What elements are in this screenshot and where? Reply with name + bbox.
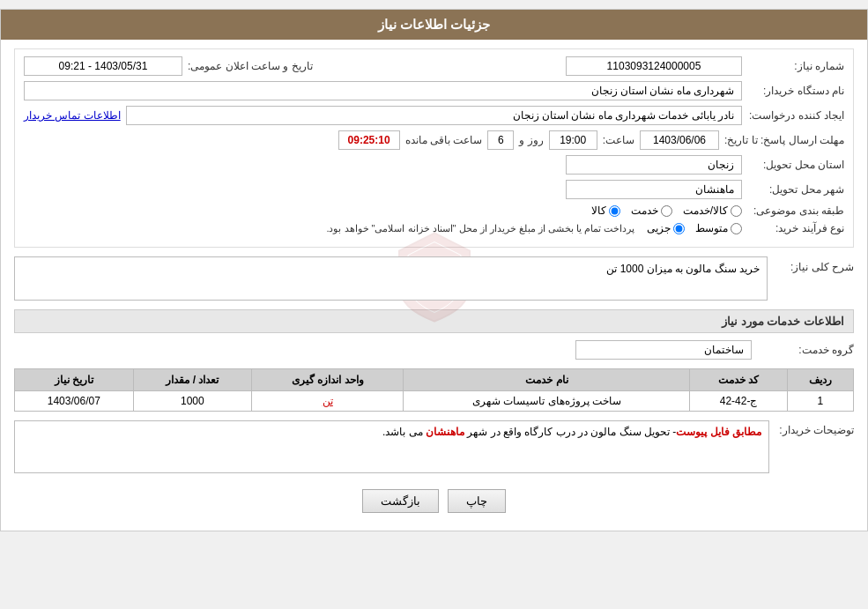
page-container: جزئیات اطلاعات نیاز شماره نیاز: 11030931…: [0, 9, 868, 531]
city-label: شهر محل تحویل:: [747, 183, 844, 196]
process-label-motavasset: متوسط: [695, 222, 728, 234]
announce-date-value: 1403/05/31 - 09:21: [24, 56, 182, 76]
requester-value: نادر یابائی خدمات شهرداری ماه نشان استان…: [126, 106, 742, 125]
buyer-org-value: شهرداری ماه نشان استان زنجان: [24, 81, 742, 100]
category-label-khedmat: خدمت: [631, 204, 658, 217]
province-label: استان محل تحویل:: [747, 159, 844, 171]
col-header-row-num: ردیف: [787, 369, 853, 391]
reply-time-value: 19:00: [549, 130, 597, 150]
remaining-label: ساعت باقی مانده: [405, 134, 483, 146]
main-info-section: شماره نیاز: 1103093124000005 تاریخ و ساع…: [14, 48, 854, 248]
reply-day-value: 6: [487, 130, 514, 150]
page-header: جزئیات اطلاعات نیاز: [1, 10, 867, 40]
process-label-jozii: جزیی: [647, 222, 671, 234]
category-option-kala: کالا: [591, 204, 620, 217]
table-header-row: ردیف کد خدمت نام خدمت واحد اندازه گیری ت…: [15, 369, 854, 391]
contact-info-link[interactable]: اطلاعات تماس خریدار: [24, 109, 121, 122]
buyer-notes-row: توضیحات خریدار: مطابق فایل پیوست- تحویل …: [14, 420, 854, 473]
announce-date-label: تاریخ و ساعت اعلان عمومی:: [188, 60, 313, 72]
services-table: ردیف کد خدمت نام خدمت واحد اندازه گیری ت…: [14, 368, 854, 412]
row-buyer-org: نام دستگاه خریدار: شهرداری ماه نشان استا…: [24, 81, 844, 100]
process-note: پرداخت تمام یا بخشی از مبلغ خریدار از مح…: [326, 223, 634, 234]
need-description-label: شرح کلی نیاز:: [775, 256, 854, 273]
reply-deadline-label: مهلت ارسال پاسخ: تا تاریخ:: [724, 134, 844, 146]
col-header-service-name: نام خدمت: [404, 369, 690, 391]
service-group-value: ساختمان: [575, 340, 752, 360]
services-table-section: ردیف کد خدمت نام خدمت واحد اندازه گیری ت…: [14, 368, 854, 412]
process-radio-motavasset[interactable]: [731, 223, 742, 234]
print-button[interactable]: چاپ: [448, 489, 506, 513]
col-header-quantity: تعداد / مقدار: [133, 369, 252, 391]
requester-label: ایجاد کننده درخواست:: [747, 109, 844, 122]
process-option-jozii: جزیی: [647, 222, 685, 234]
process-radio-group: متوسط جزیی: [647, 222, 742, 234]
cell-date: 1403/06/07: [15, 391, 134, 412]
services-section-title: اطلاعات خدمات مورد نیاز: [14, 309, 854, 333]
buyer-notes-label: توضیحات خریدار:: [775, 420, 854, 436]
remaining-value: 09:25:10: [338, 130, 400, 150]
category-label-kala: کالا: [591, 204, 606, 217]
content-area: شماره نیاز: 1103093124000005 تاریخ و ساع…: [1, 40, 867, 531]
process-radio-jozii[interactable]: [673, 223, 685, 234]
service-group-label: گروه خدمت:: [757, 344, 854, 356]
city-value: ماهنشان: [566, 180, 742, 199]
reply-date-value: 1403/06/06: [640, 130, 719, 150]
row-process-type: نوع فرآیند خرید: متوسط جزیی پرداخت تمام …: [24, 222, 844, 234]
row-service-group: گروه خدمت: ساختمان: [14, 340, 854, 360]
back-button[interactable]: بازگشت: [362, 489, 439, 513]
need-number-label: شماره نیاز:: [747, 60, 844, 72]
need-description-section: شرح کلی نیاز: خرید سنگ مالون به میزان 10…: [14, 256, 854, 301]
cell-service-name: ساخت پروژه‌های تاسیسات شهری: [404, 391, 690, 412]
category-option-kala-khedmat: کالا/خدمت: [683, 204, 742, 217]
category-option-khedmat: خدمت: [631, 204, 672, 217]
col-header-date: تاریخ نیاز: [15, 369, 134, 391]
cell-unit: تن: [252, 391, 404, 412]
need-description-value: خرید سنگ مالون به میزان 1000 تن: [14, 256, 768, 301]
row-need-number: شماره نیاز: 1103093124000005 تاریخ و ساع…: [24, 56, 844, 76]
cell-service-code: ج-42-42: [690, 391, 788, 412]
need-number-value: 1103093124000005: [566, 56, 742, 76]
row-province: استان محل تحویل: زنجان: [24, 155, 844, 175]
col-header-service-code: کد خدمت: [690, 369, 788, 391]
category-radio-kala[interactable]: [609, 205, 620, 217]
cell-quantity: 1000: [133, 391, 252, 412]
row-city: شهر محل تحویل: ماهنشان: [24, 180, 844, 199]
footer-buttons: چاپ بازگشت: [14, 480, 854, 522]
province-value: زنجان: [566, 155, 742, 175]
table-row: 1 ج-42-42 ساخت پروژه‌های تاسیسات شهری تن…: [15, 391, 854, 412]
category-radio-kala-khedmat[interactable]: [731, 205, 742, 217]
category-radio-group: کالا/خدمت خدمت کالا: [591, 204, 742, 217]
row-category: طبقه بندی موضوعی: کالا/خدمت خدمت کالا: [24, 204, 844, 217]
need-description-container: خرید سنگ مالون به میزان 1000 تن: [14, 256, 768, 301]
category-label-kala-khedmat: کالا/خدمت: [683, 204, 728, 217]
process-type-label: نوع فرآیند خرید:: [747, 222, 844, 234]
buyer-org-label: نام دستگاه خریدار:: [747, 85, 844, 97]
row-requester: ایجاد کننده درخواست: نادر یابائی خدمات ش…: [24, 106, 844, 125]
row-reply-deadline: مهلت ارسال پاسخ: تا تاریخ: 1403/06/06 سا…: [24, 130, 844, 150]
category-label: طبقه بندی موضوعی:: [747, 204, 844, 217]
reply-day-label: روز و: [519, 134, 543, 146]
col-header-unit: واحد اندازه گیری: [252, 369, 404, 391]
category-radio-khedmat[interactable]: [661, 205, 672, 217]
reply-time-label: ساعت:: [603, 134, 634, 146]
process-option-motavasset: متوسط: [695, 222, 742, 234]
buyer-notes-value: مطابق فایل پیوست- تحویل سنگ مالون در درب…: [14, 420, 769, 473]
cell-row-num: 1: [787, 391, 853, 412]
page-title: جزئیات اطلاعات نیاز: [378, 17, 490, 32]
